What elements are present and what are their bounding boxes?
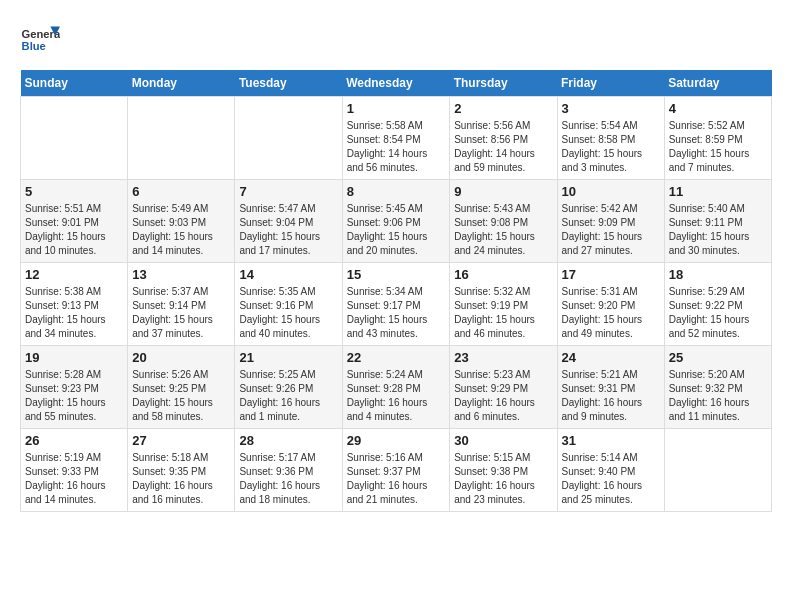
- calendar-cell: 22Sunrise: 5:24 AM Sunset: 9:28 PM Dayli…: [342, 346, 450, 429]
- calendar-cell: 17Sunrise: 5:31 AM Sunset: 9:20 PM Dayli…: [557, 263, 664, 346]
- calendar-cell: 10Sunrise: 5:42 AM Sunset: 9:09 PM Dayli…: [557, 180, 664, 263]
- calendar-cell: 31Sunrise: 5:14 AM Sunset: 9:40 PM Dayli…: [557, 429, 664, 512]
- calendar-cell: 15Sunrise: 5:34 AM Sunset: 9:17 PM Dayli…: [342, 263, 450, 346]
- header: General Blue: [20, 20, 772, 60]
- calendar-cell: [21, 97, 128, 180]
- day-info: Sunrise: 5:32 AM Sunset: 9:19 PM Dayligh…: [454, 285, 552, 341]
- day-header-monday: Monday: [128, 70, 235, 97]
- day-info: Sunrise: 5:29 AM Sunset: 9:22 PM Dayligh…: [669, 285, 767, 341]
- calendar-cell: 26Sunrise: 5:19 AM Sunset: 9:33 PM Dayli…: [21, 429, 128, 512]
- day-info: Sunrise: 5:18 AM Sunset: 9:35 PM Dayligh…: [132, 451, 230, 507]
- day-number: 17: [562, 267, 660, 282]
- calendar-cell: 5Sunrise: 5:51 AM Sunset: 9:01 PM Daylig…: [21, 180, 128, 263]
- calendar-week-row: 19Sunrise: 5:28 AM Sunset: 9:23 PM Dayli…: [21, 346, 772, 429]
- day-number: 13: [132, 267, 230, 282]
- day-info: Sunrise: 5:40 AM Sunset: 9:11 PM Dayligh…: [669, 202, 767, 258]
- calendar-cell: [128, 97, 235, 180]
- calendar-cell: 18Sunrise: 5:29 AM Sunset: 9:22 PM Dayli…: [664, 263, 771, 346]
- day-number: 6: [132, 184, 230, 199]
- calendar-cell: 28Sunrise: 5:17 AM Sunset: 9:36 PM Dayli…: [235, 429, 342, 512]
- calendar-cell: 9Sunrise: 5:43 AM Sunset: 9:08 PM Daylig…: [450, 180, 557, 263]
- day-info: Sunrise: 5:28 AM Sunset: 9:23 PM Dayligh…: [25, 368, 123, 424]
- day-number: 24: [562, 350, 660, 365]
- day-number: 10: [562, 184, 660, 199]
- calendar-cell: 19Sunrise: 5:28 AM Sunset: 9:23 PM Dayli…: [21, 346, 128, 429]
- day-info: Sunrise: 5:31 AM Sunset: 9:20 PM Dayligh…: [562, 285, 660, 341]
- day-info: Sunrise: 5:21 AM Sunset: 9:31 PM Dayligh…: [562, 368, 660, 424]
- day-info: Sunrise: 5:15 AM Sunset: 9:38 PM Dayligh…: [454, 451, 552, 507]
- day-number: 12: [25, 267, 123, 282]
- day-number: 8: [347, 184, 446, 199]
- day-header-sunday: Sunday: [21, 70, 128, 97]
- day-number: 7: [239, 184, 337, 199]
- day-number: 26: [25, 433, 123, 448]
- day-number: 3: [562, 101, 660, 116]
- day-info: Sunrise: 5:51 AM Sunset: 9:01 PM Dayligh…: [25, 202, 123, 258]
- day-number: 5: [25, 184, 123, 199]
- day-number: 28: [239, 433, 337, 448]
- day-info: Sunrise: 5:24 AM Sunset: 9:28 PM Dayligh…: [347, 368, 446, 424]
- day-number: 1: [347, 101, 446, 116]
- calendar-table: SundayMondayTuesdayWednesdayThursdayFrid…: [20, 70, 772, 512]
- day-header-saturday: Saturday: [664, 70, 771, 97]
- day-info: Sunrise: 5:20 AM Sunset: 9:32 PM Dayligh…: [669, 368, 767, 424]
- calendar-week-row: 26Sunrise: 5:19 AM Sunset: 9:33 PM Dayli…: [21, 429, 772, 512]
- logo: General Blue: [20, 20, 60, 60]
- day-info: Sunrise: 5:25 AM Sunset: 9:26 PM Dayligh…: [239, 368, 337, 424]
- day-number: 18: [669, 267, 767, 282]
- calendar-cell: 20Sunrise: 5:26 AM Sunset: 9:25 PM Dayli…: [128, 346, 235, 429]
- calendar-cell: 3Sunrise: 5:54 AM Sunset: 8:58 PM Daylig…: [557, 97, 664, 180]
- day-number: 31: [562, 433, 660, 448]
- calendar-cell: [664, 429, 771, 512]
- day-number: 16: [454, 267, 552, 282]
- calendar-cell: 30Sunrise: 5:15 AM Sunset: 9:38 PM Dayli…: [450, 429, 557, 512]
- day-number: 27: [132, 433, 230, 448]
- day-number: 9: [454, 184, 552, 199]
- day-info: Sunrise: 5:47 AM Sunset: 9:04 PM Dayligh…: [239, 202, 337, 258]
- day-number: 25: [669, 350, 767, 365]
- day-number: 23: [454, 350, 552, 365]
- calendar-week-row: 12Sunrise: 5:38 AM Sunset: 9:13 PM Dayli…: [21, 263, 772, 346]
- calendar-week-row: 1Sunrise: 5:58 AM Sunset: 8:54 PM Daylig…: [21, 97, 772, 180]
- calendar-cell: 27Sunrise: 5:18 AM Sunset: 9:35 PM Dayli…: [128, 429, 235, 512]
- day-info: Sunrise: 5:16 AM Sunset: 9:37 PM Dayligh…: [347, 451, 446, 507]
- day-number: 22: [347, 350, 446, 365]
- calendar-cell: 21Sunrise: 5:25 AM Sunset: 9:26 PM Dayli…: [235, 346, 342, 429]
- day-info: Sunrise: 5:54 AM Sunset: 8:58 PM Dayligh…: [562, 119, 660, 175]
- calendar-cell: 6Sunrise: 5:49 AM Sunset: 9:03 PM Daylig…: [128, 180, 235, 263]
- day-info: Sunrise: 5:45 AM Sunset: 9:06 PM Dayligh…: [347, 202, 446, 258]
- day-info: Sunrise: 5:52 AM Sunset: 8:59 PM Dayligh…: [669, 119, 767, 175]
- day-number: 29: [347, 433, 446, 448]
- calendar-cell: 2Sunrise: 5:56 AM Sunset: 8:56 PM Daylig…: [450, 97, 557, 180]
- day-info: Sunrise: 5:42 AM Sunset: 9:09 PM Dayligh…: [562, 202, 660, 258]
- day-info: Sunrise: 5:34 AM Sunset: 9:17 PM Dayligh…: [347, 285, 446, 341]
- day-info: Sunrise: 5:26 AM Sunset: 9:25 PM Dayligh…: [132, 368, 230, 424]
- svg-text:Blue: Blue: [22, 40, 46, 52]
- day-info: Sunrise: 5:19 AM Sunset: 9:33 PM Dayligh…: [25, 451, 123, 507]
- day-info: Sunrise: 5:17 AM Sunset: 9:36 PM Dayligh…: [239, 451, 337, 507]
- calendar-cell: 12Sunrise: 5:38 AM Sunset: 9:13 PM Dayli…: [21, 263, 128, 346]
- calendar-body: 1Sunrise: 5:58 AM Sunset: 8:54 PM Daylig…: [21, 97, 772, 512]
- day-info: Sunrise: 5:43 AM Sunset: 9:08 PM Dayligh…: [454, 202, 552, 258]
- day-number: 4: [669, 101, 767, 116]
- calendar-cell: 23Sunrise: 5:23 AM Sunset: 9:29 PM Dayli…: [450, 346, 557, 429]
- day-info: Sunrise: 5:23 AM Sunset: 9:29 PM Dayligh…: [454, 368, 552, 424]
- calendar-cell: 11Sunrise: 5:40 AM Sunset: 9:11 PM Dayli…: [664, 180, 771, 263]
- calendar-cell: 29Sunrise: 5:16 AM Sunset: 9:37 PM Dayli…: [342, 429, 450, 512]
- calendar-week-row: 5Sunrise: 5:51 AM Sunset: 9:01 PM Daylig…: [21, 180, 772, 263]
- day-number: 19: [25, 350, 123, 365]
- day-info: Sunrise: 5:58 AM Sunset: 8:54 PM Dayligh…: [347, 119, 446, 175]
- calendar-cell: 1Sunrise: 5:58 AM Sunset: 8:54 PM Daylig…: [342, 97, 450, 180]
- day-info: Sunrise: 5:38 AM Sunset: 9:13 PM Dayligh…: [25, 285, 123, 341]
- day-number: 2: [454, 101, 552, 116]
- day-info: Sunrise: 5:35 AM Sunset: 9:16 PM Dayligh…: [239, 285, 337, 341]
- calendar-cell: 13Sunrise: 5:37 AM Sunset: 9:14 PM Dayli…: [128, 263, 235, 346]
- day-number: 20: [132, 350, 230, 365]
- day-header-friday: Friday: [557, 70, 664, 97]
- calendar-cell: 4Sunrise: 5:52 AM Sunset: 8:59 PM Daylig…: [664, 97, 771, 180]
- calendar-cell: 7Sunrise: 5:47 AM Sunset: 9:04 PM Daylig…: [235, 180, 342, 263]
- calendar-cell: 14Sunrise: 5:35 AM Sunset: 9:16 PM Dayli…: [235, 263, 342, 346]
- day-info: Sunrise: 5:49 AM Sunset: 9:03 PM Dayligh…: [132, 202, 230, 258]
- day-info: Sunrise: 5:37 AM Sunset: 9:14 PM Dayligh…: [132, 285, 230, 341]
- logo-icon: General Blue: [20, 20, 60, 60]
